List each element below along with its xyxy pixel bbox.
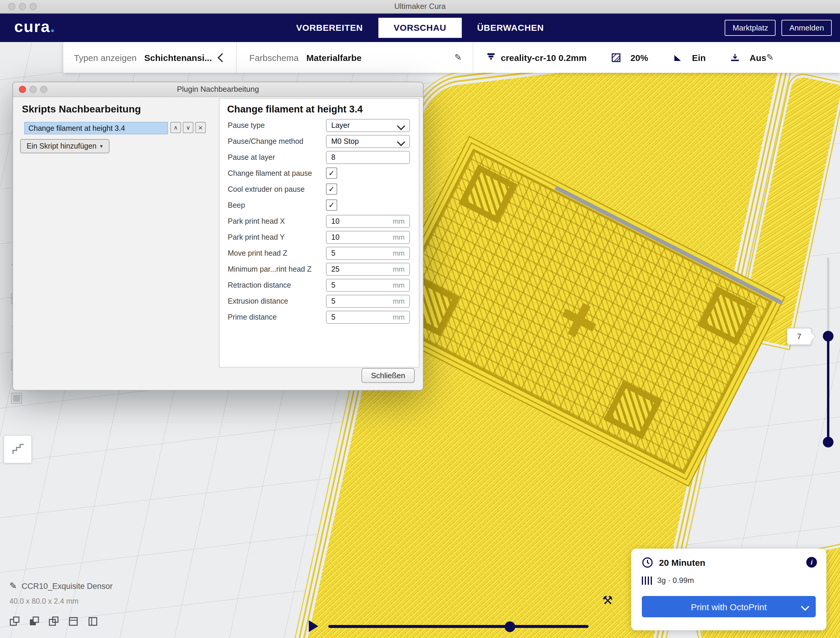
info-icon[interactable]: i — [806, 557, 817, 568]
marketplace-button[interactable]: Marktplatz — [725, 19, 776, 35]
field-label: Move print head Z — [228, 249, 326, 257]
infill-chip[interactable]: 20% — [611, 52, 648, 62]
material-row: 3g · 0.99m — [642, 576, 694, 585]
move-print-head-z-input[interactable]: 5mm — [326, 247, 410, 260]
view-icon[interactable] — [47, 615, 60, 628]
field-label: Prime distance — [228, 313, 326, 321]
caret-down-icon: ▾ — [100, 143, 103, 149]
chevron-left-icon[interactable] — [217, 53, 227, 62]
view-icon[interactable] — [67, 615, 80, 628]
nav-actions: Marktplatz Anmelden — [725, 19, 832, 35]
field-row-minimum-par-rint-head-z: Minimum par...rint head Z25mm — [219, 261, 419, 277]
window-title: Ultimaker Cura — [0, 2, 840, 11]
build-plate-scene — [0, 42, 1, 43]
beep-checkbox[interactable]: ✓ — [326, 199, 337, 211]
view-icon[interactable] — [28, 615, 41, 628]
unit-label: mm — [393, 313, 404, 321]
print-with-octoprint-button[interactable]: Print with OctoPrint — [642, 596, 816, 617]
print-time-row: 20 Minuten — [642, 557, 706, 568]
unit-label: mm — [393, 281, 404, 289]
field-row-park-print-head-y: Park print head Y10mm — [219, 229, 419, 245]
tab-vorbereiten[interactable]: VORBEREITEN — [281, 17, 378, 38]
field-row-move-print-head-z: Move print head Z5mm — [219, 245, 419, 261]
retraction-distance-input[interactable]: 5mm — [326, 279, 410, 291]
remove-script-button[interactable]: × — [195, 122, 206, 133]
tab-vorschau[interactable]: VORSCHAU — [378, 17, 462, 38]
signin-button[interactable]: Anmelden — [782, 19, 832, 35]
move-script-up-button[interactable]: ∧ — [171, 122, 181, 133]
field-label: Park print head X — [228, 217, 326, 225]
stairs-icon — [11, 443, 24, 456]
view-icon[interactable] — [8, 615, 21, 628]
field-label: Change filament at pause — [228, 169, 326, 177]
script-list-buttons: ∧ ∨ × — [171, 122, 206, 133]
layer-slider-lower-handle[interactable] — [823, 437, 834, 447]
post-processing-dialog: Plugin Nachbearbeitung Skripts Nachbearb… — [13, 82, 423, 391]
support-icon — [673, 53, 682, 62]
unit-label: mm — [393, 217, 404, 225]
adhesion-chip[interactable]: Aus — [731, 52, 766, 62]
printer-profile[interactable]: creality-cr-10 0.2mm — [501, 52, 587, 62]
extrusion-distance-input[interactable]: 5mm — [326, 294, 410, 307]
script-list-item-selected[interactable]: Change filament at height 3.4 — [24, 122, 168, 135]
edit-model-name-icon[interactable]: ✎ — [9, 581, 17, 591]
chevron-down-icon — [801, 603, 809, 611]
close-dialog-button[interactable]: Schließen — [362, 368, 415, 383]
edit-print-settings-icon[interactable]: ✎ — [766, 52, 774, 63]
move-script-down-button[interactable]: ∨ — [183, 122, 193, 133]
checkmark-icon: ✓ — [328, 185, 335, 193]
edit-icon[interactable]: ✎ — [454, 52, 462, 63]
field-label: Beep — [228, 201, 326, 209]
support-value: Ein — [692, 52, 706, 62]
field-row-prime-distance: Prime distance5mm — [219, 309, 419, 325]
layer-indicator: 7 — [787, 328, 812, 345]
color-scheme-group: Farbschema Materialfarbe ✎ — [236, 52, 472, 63]
adhesion-value: Aus — [750, 52, 766, 62]
field-label: Extrusion distance — [228, 297, 326, 305]
model-name: CCR10_Exquisite Densor — [22, 581, 113, 591]
field-label: Cool extruder on pause — [228, 185, 326, 193]
chevron-down-icon — [397, 122, 405, 130]
field-row-park-print-head-x: Park print head X10mm — [219, 213, 419, 229]
qr-finder-square — [603, 380, 662, 439]
playback-slider-track[interactable] — [328, 625, 589, 628]
field-row-change-filament-at-pause: Change filament at pause✓ — [219, 165, 419, 181]
print-time: 20 Minuten — [659, 557, 706, 568]
playback-slider-handle[interactable] — [505, 621, 515, 632]
dialog-titlebar: Plugin Nachbearbeitung — [13, 82, 423, 97]
park-print-head-y-input[interactable]: 10mm — [326, 231, 410, 244]
cool-extruder-on-pause-checkbox[interactable]: ✓ — [326, 184, 337, 195]
layer-slider-upper-handle[interactable] — [823, 331, 834, 342]
view-type-group: Typen anzeigen Schichtenansi... — [63, 52, 236, 62]
prime-distance-input[interactable]: 5mm — [326, 310, 410, 323]
qr-cross-mark — [562, 309, 596, 332]
pause-at-layer-input[interactable]: 8 — [326, 150, 410, 164]
support-blocker-button[interactable] — [3, 435, 32, 464]
change-filament-at-pause-checkbox[interactable]: ✓ — [326, 168, 337, 179]
add-script-label: Ein Skript hinzufügen — [27, 142, 96, 150]
dialog-fields: Pause typeLayerPause/Change methodM0 Sto… — [219, 117, 419, 325]
logo-dot: . — [50, 18, 55, 35]
pause-type-select[interactable]: Layer — [326, 119, 410, 132]
material-usage: 3g · 0.99m — [657, 576, 694, 585]
view-type-label: Typen anzeigen — [74, 52, 137, 62]
pause-change-method-select[interactable]: M0 Stop — [326, 135, 410, 148]
adjust-tools-icon[interactable]: ⚒ — [598, 591, 616, 609]
tab-ueberwachen[interactable]: ÜBERWACHEN — [462, 17, 559, 38]
unit-label: mm — [393, 233, 404, 241]
view-type-value[interactable]: Schichtenansi... — [144, 52, 212, 62]
color-scheme-label: Farbschema — [249, 52, 299, 62]
view-icon[interactable] — [86, 615, 99, 628]
field-label: Retraction distance — [228, 281, 326, 289]
filament-usage-icon — [642, 576, 652, 584]
play-button[interactable] — [309, 620, 318, 632]
minimum-par-rint-head-z-input[interactable]: 25mm — [326, 263, 410, 275]
main-nav: cura. VORBEREITEN VORSCHAU ÜBERWACHEN Ma… — [0, 13, 840, 42]
support-chip[interactable]: Ein — [673, 52, 706, 62]
color-scheme-value[interactable]: Materialfarbe — [306, 52, 362, 62]
field-label: Pause at layer — [228, 153, 326, 161]
infill-value: 20% — [630, 52, 648, 62]
park-print-head-x-input[interactable]: 10mm — [326, 215, 410, 228]
qr-finder-square — [458, 165, 517, 223]
add-script-dropdown[interactable]: Ein Skript hinzufügen ▾ — [20, 139, 109, 153]
